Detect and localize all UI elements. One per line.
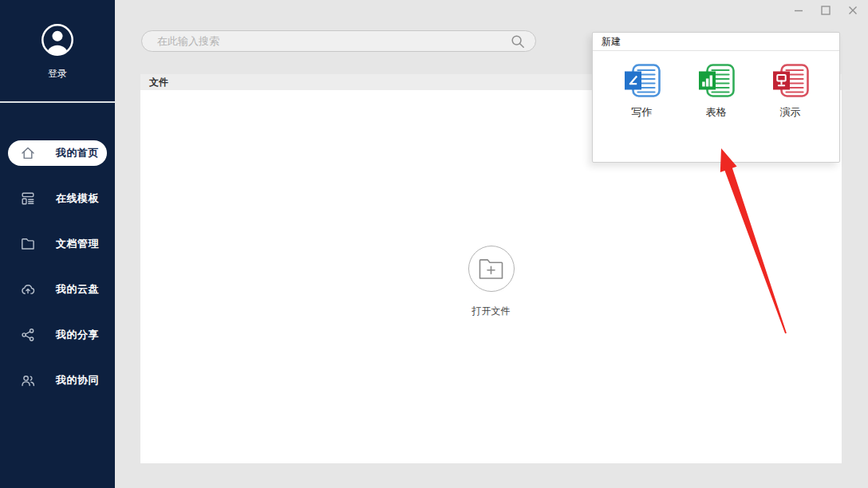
open-file-area: 打开文件 [140, 246, 842, 318]
sidebar-item-label: 我的云盘 [56, 282, 99, 297]
avatar-icon [41, 23, 74, 57]
close-icon [848, 6, 858, 15]
new-spreadsheet-label: 表格 [706, 105, 727, 120]
sidebar-item-share[interactable]: 我的分享 [8, 322, 107, 348]
sidebar-item-label: 文档管理 [56, 237, 99, 251]
window-controls [785, 0, 866, 21]
open-file-label: 打开文件 [472, 305, 511, 318]
folder-icon [20, 236, 36, 252]
share-icon [20, 327, 36, 343]
sidebar-item-label: 我的首页 [56, 146, 99, 160]
new-document-panel: 新建 写作 [592, 32, 840, 163]
home-icon [20, 145, 36, 161]
sidebar-divider [0, 101, 115, 103]
sidebar-item-label: 我的分享 [56, 328, 99, 342]
writer-doc-icon [624, 64, 661, 97]
new-writer-label: 写作 [632, 105, 653, 120]
new-presentation-button[interactable]: 演示 [765, 64, 816, 120]
new-panel-header: 新建 [593, 33, 839, 51]
sidebar-item-collaboration[interactable]: 我的协同 [8, 368, 107, 393]
new-spreadsheet-button[interactable]: 表格 [691, 64, 742, 120]
new-presentation-label: 演示 [780, 105, 801, 120]
template-icon [20, 191, 36, 207]
sidebar: 登录 我的首页 在线模板 [0, 0, 115, 488]
search-input[interactable] [157, 31, 511, 51]
file-section-title: 文件 [149, 76, 168, 89]
search-bar [141, 30, 536, 52]
sidebar-nav: 我的首页 在线模板 文档管理 [0, 140, 115, 393]
minimize-button[interactable] [785, 0, 812, 21]
presentation-doc-icon [772, 64, 809, 97]
maximize-icon [821, 6, 831, 15]
new-panel-items: 写作 表格 [593, 64, 839, 120]
folder-plus-icon [478, 258, 504, 280]
app-window: 登录 我的首页 在线模板 [0, 0, 868, 488]
new-panel-title: 新建 [602, 35, 621, 49]
login-label: 登录 [0, 67, 115, 81]
cloud-upload-icon [20, 281, 36, 297]
open-file-button[interactable] [468, 246, 515, 292]
sidebar-item-label: 在线模板 [56, 191, 99, 206]
search-icon[interactable] [511, 34, 525, 49]
sidebar-item-cloud[interactable]: 我的云盘 [8, 277, 107, 302]
sidebar-item-label: 我的协同 [56, 373, 99, 388]
login-area[interactable]: 登录 [0, 0, 115, 81]
spreadsheet-doc-icon [698, 64, 735, 97]
new-writer-button[interactable]: 写作 [617, 64, 668, 120]
people-icon [20, 372, 36, 388]
minimize-icon [794, 6, 803, 15]
close-button[interactable] [839, 0, 866, 21]
sidebar-item-templates[interactable]: 在线模板 [8, 186, 107, 211]
sidebar-item-home[interactable]: 我的首页 [8, 140, 107, 166]
sidebar-item-documents[interactable]: 文档管理 [8, 231, 107, 257]
maximize-button[interactable] [812, 0, 839, 21]
